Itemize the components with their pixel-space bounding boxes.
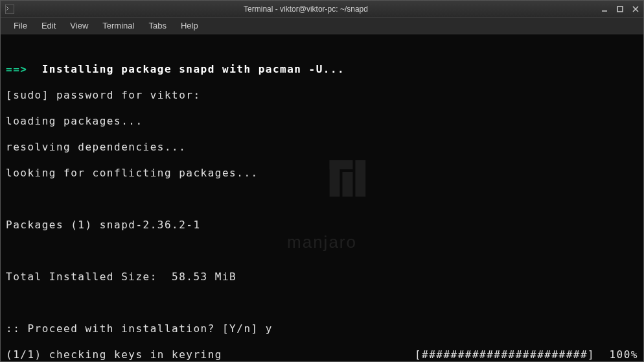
terminal-window: Terminal - viktor@viktor-pc: ~/snapd Fil… <box>0 0 644 362</box>
proceed-prompt: :: Proceed with installation? [Y/n] y <box>6 322 638 335</box>
terminal-area[interactable]: manjaro ==> Installing package snapd wit… <box>1 34 643 361</box>
window-title: Terminal - viktor@viktor-pc: ~/snapd <box>15 5 597 14</box>
resolving-deps: resolving dependencies... <box>6 141 638 154</box>
blank-line <box>6 296 638 309</box>
titlebar[interactable]: Terminal - viktor@viktor-pc: ~/snapd <box>1 1 643 18</box>
menu-view[interactable]: View <box>63 19 95 32</box>
blank-line <box>6 245 638 258</box>
progress-row: (1/1) checking keys in keyring[#########… <box>6 348 638 361</box>
total-size: Total Installed Size: 58.53 MiB <box>6 271 638 284</box>
minimize-button[interactable] <box>597 2 612 16</box>
checking-conflicts: looking for conflicting packages... <box>6 167 638 180</box>
close-button[interactable] <box>628 2 643 16</box>
loading-packages: loading packages... <box>6 115 638 128</box>
menu-tabs[interactable]: Tabs <box>142 19 172 32</box>
terminal-icon <box>5 4 15 14</box>
install-header: Installing package snapd with pacman -U.… <box>42 63 345 75</box>
menubar: File Edit View Terminal Tabs Help <box>1 18 643 34</box>
svg-rect-2 <box>617 6 623 12</box>
maximize-button[interactable] <box>612 2 628 16</box>
sudo-prompt: [sudo] password for viktor: <box>6 89 638 102</box>
menu-edit[interactable]: Edit <box>35 19 62 32</box>
window-controls <box>597 2 643 16</box>
menu-terminal[interactable]: Terminal <box>96 19 141 32</box>
blank-line <box>6 193 638 206</box>
menu-file[interactable]: File <box>7 19 34 32</box>
install-arrow: ==> <box>6 63 27 75</box>
packages-list: Packages (1) snapd-2.36.2-1 <box>6 219 638 232</box>
menu-help[interactable]: Help <box>174 19 205 32</box>
svg-rect-0 <box>5 5 14 14</box>
